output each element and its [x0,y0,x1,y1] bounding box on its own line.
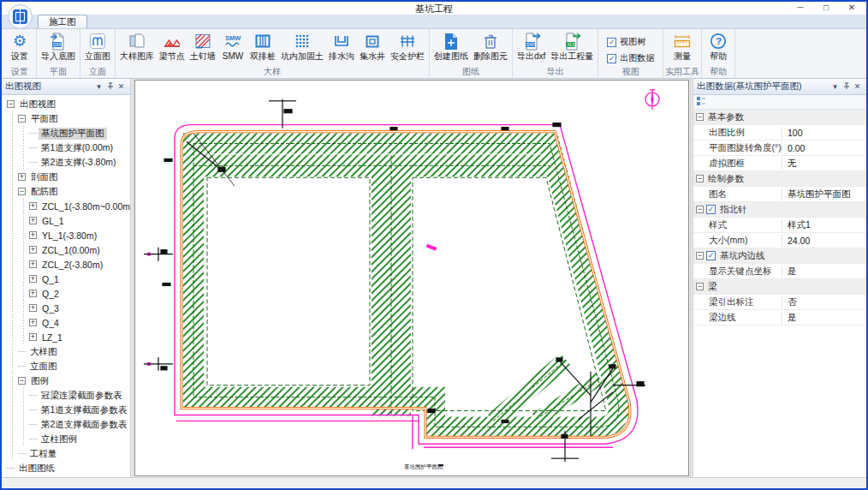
panel-pin-icon[interactable] [841,82,852,92]
ribbon-button-double-row-pile-icon[interactable]: 双排桩 [247,30,278,61]
expand-icon[interactable]: + [29,304,37,312]
property-category[interactable]: −基本参数 [693,110,866,125]
property-value[interactable]: 100 [782,128,866,138]
property-value[interactable]: 24.00 [782,236,866,246]
property-value[interactable]: 否 [782,296,866,308]
panel-menu-icon[interactable]: ▾ [829,82,841,91]
tree-item[interactable]: +YL_1(-3.80m) [2,228,130,242]
tree-item[interactable]: 第2道支撑截面参数表 [2,417,130,432]
property-row[interactable]: 图名基坑围护平面图 [693,187,866,202]
expand-icon[interactable]: + [29,319,37,326]
tree-item[interactable]: 立面图 [2,359,130,373]
property-value[interactable]: 样式1 [782,219,866,231]
ribbon-button-gear-icon[interactable]: ⚙设置 [5,30,34,61]
drawing-canvas[interactable]: 基坑围护平面图 [134,79,690,477]
tree-item[interactable]: −图例 [2,373,130,388]
property-row[interactable]: 梁引出标注否 [693,295,866,310]
checkbox-icon[interactable]: ✓ [706,251,716,260]
tree-item[interactable]: 基坑围护平面图 [2,126,130,140]
property-row[interactable]: 样式样式1 [693,218,866,233]
ribbon-button-import-dxf-icon[interactable]: DXF导入底图 [39,30,78,61]
categorized-view-icon[interactable] [696,96,706,108]
tree-item[interactable]: 冠梁连梁截面参数表 [2,388,130,403]
collapse-icon[interactable]: − [696,283,704,290]
ribbon-button-measure-icon[interactable]: 测量 [668,30,697,61]
panel-pin-icon[interactable] [104,82,116,92]
expand-icon[interactable]: + [29,290,37,297]
tree-item[interactable]: 第1道支撑(0.00m) [2,140,130,155]
tree-item[interactable]: 工程量 [2,446,130,461]
tree-item[interactable]: −配筋图 [2,184,130,199]
tree-item[interactable]: 大样图 [2,344,130,359]
ribbon-button-detail-library-icon[interactable]: 大样图库 [117,30,157,61]
tree-item[interactable]: +LZ_1 [2,330,130,344]
property-category[interactable]: −✓基坑内边线 [693,248,866,264]
panel-menu-icon[interactable]: ▾ [93,82,104,91]
tree-item[interactable]: +剖面图 [2,170,130,184]
tree-item[interactable]: +ZCL_2(-3.80m) [2,257,130,272]
property-value[interactable]: 无 [782,158,866,170]
property-value[interactable]: 0.00 [782,143,866,153]
checkbox-view-tree[interactable]: ✓视图树 [607,36,645,48]
property-row[interactable]: 梁边线是 [693,310,866,326]
collapse-icon[interactable]: − [696,252,704,260]
property-value[interactable]: 是 [782,312,866,324]
property-category[interactable]: −梁 [693,279,866,295]
property-row[interactable]: 虚拟图框无 [693,156,866,171]
ribbon-button-help-icon[interactable]: ?帮助 [704,30,733,61]
panel-close-icon[interactable]: ✕ [116,82,127,91]
collapse-icon[interactable]: − [18,115,26,122]
ribbon-button-delete-element-icon[interactable]: 删除图元 [471,30,510,61]
ribbon-button-smw-icon[interactable]: SMWSMW [218,30,247,61]
expand-icon[interactable]: + [29,246,37,254]
tab-construction-drawing[interactable]: 施工图 [38,15,87,28]
close-button[interactable]: ✕ [839,2,865,14]
collapse-icon[interactable]: − [696,113,704,121]
app-logo-icon[interactable] [8,4,33,29]
collapse-icon[interactable]: − [18,188,26,195]
property-row[interactable]: 出图比例100 [693,125,866,140]
tree-item[interactable]: −平面图 [2,111,130,126]
maximize-button[interactable]: □ [813,2,839,14]
expand-icon[interactable]: + [29,217,37,224]
collapse-icon[interactable]: − [696,175,704,182]
tree-item[interactable]: 出图图纸 [2,461,130,475]
tree-item[interactable]: +Q_1 [2,272,130,286]
expand-icon[interactable]: + [29,202,37,210]
tree-item[interactable]: +Q_3 [2,301,130,315]
property-row[interactable]: 显示关键点坐标是 [693,264,866,279]
ribbon-button-soil-nail-wall-icon[interactable]: 土钉墙 [187,30,218,61]
tree-item[interactable]: +ZCL_1(-3.80m~0.00m) [2,199,130,213]
expand-icon[interactable]: + [18,173,26,181]
tree-item[interactable]: +Q_4 [2,315,130,330]
ribbon-button-create-sheet-icon[interactable]: 创建图纸 [431,30,471,61]
tree-item[interactable]: +GL_1 [2,213,130,228]
collapse-icon[interactable]: − [7,100,15,108]
title-bar[interactable]: 基坑工程 ─□✕ [2,2,866,15]
ribbon-button-drainage-ditch-icon[interactable]: 排水沟 [326,30,357,61]
ribbon-button-export-dxf-icon[interactable]: DXF导出dxf [514,30,548,61]
tree-item[interactable]: −出图视图 [2,97,130,111]
tree-item[interactable]: 立柱图例 [2,432,130,446]
minimize-button[interactable]: ─ [788,2,813,14]
property-value[interactable]: 基坑围护平面图 [782,188,866,200]
property-row[interactable]: 大小(mm)24.00 [693,233,866,248]
property-row[interactable]: 平面图旋转角度(°)0.00 [693,140,866,156]
ribbon-button-guardrail-icon[interactable]: 安全护栏 [388,30,427,61]
ribbon-button-export-quantity-icon[interactable]: XLS导出工程量 [548,30,596,61]
property-category[interactable]: −✓指北针 [693,202,866,218]
ribbon-button-elevation-icon[interactable]: 立面图 [82,30,113,61]
ribbon-button-beam-node-icon[interactable]: 梁节点 [157,30,187,61]
collapse-icon[interactable]: − [18,377,26,385]
expand-icon[interactable]: + [29,231,37,239]
tree-item[interactable]: +ZCL_1(0.00m) [2,242,130,257]
checkbox-icon[interactable]: ✓ [706,205,716,214]
tree-item[interactable]: +Q_2 [2,286,130,301]
panel-close-icon[interactable]: ✕ [852,82,863,91]
property-category[interactable]: −绘制参数 [693,171,866,187]
property-value[interactable]: 是 [782,266,866,278]
expand-icon[interactable]: + [29,333,37,341]
expand-icon[interactable]: + [29,275,37,283]
collapse-icon[interactable]: − [696,206,704,213]
checkbox-drawing-data[interactable]: ✓出图数据 [607,52,654,64]
